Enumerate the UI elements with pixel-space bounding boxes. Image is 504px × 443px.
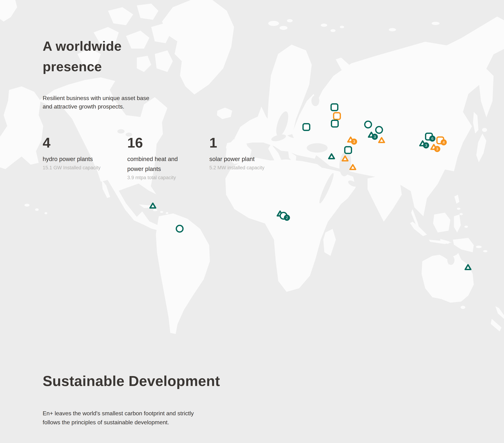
land-java bbox=[429, 240, 452, 244]
map-marker-triangle-teal[interactable] bbox=[149, 201, 157, 210]
stat-chp-label: combined heat and power plants bbox=[127, 154, 187, 174]
land-australia bbox=[422, 253, 474, 303]
map-marker-square-teal[interactable] bbox=[331, 120, 339, 128]
stat-hydro-value: 4 bbox=[43, 135, 122, 150]
sustainable-development-heading: Sustainable Development bbox=[43, 373, 220, 389]
land-arabia bbox=[320, 168, 356, 209]
map-marker-circle-teal[interactable] bbox=[176, 225, 184, 233]
sustainable-development-text-line2: follows the principles of sustainable de… bbox=[43, 419, 169, 425]
page-title-line1: A worldwide bbox=[43, 39, 122, 54]
hero-subtitle-line1: Resilient business with unique asset bas… bbox=[43, 95, 149, 101]
marker-count-badge: 3 bbox=[351, 139, 357, 145]
land-iceland bbox=[217, 107, 232, 119]
land-greece bbox=[288, 150, 296, 164]
stat-hydro: 4 hydro power plants 15.1 GW Installed c… bbox=[43, 135, 122, 171]
land-greenland bbox=[162, 0, 234, 94]
map-marker-triangle-orange[interactable]: 3 bbox=[430, 143, 438, 151]
sea-white-sea bbox=[311, 95, 319, 106]
map-marker-triangle-orange[interactable] bbox=[341, 154, 349, 163]
land-sulawesi bbox=[454, 214, 461, 232]
land-russia-asia bbox=[292, 17, 504, 216]
land-malay bbox=[411, 209, 421, 235]
hero-subtitle-line2: and attractive growth prospects. bbox=[43, 103, 124, 110]
land-new-guinea bbox=[453, 238, 474, 252]
land-borneo bbox=[433, 213, 450, 232]
map-marker-triangle-orange[interactable] bbox=[349, 163, 357, 171]
map-marker-triangle-teal[interactable]: 3 bbox=[418, 139, 427, 148]
marker-count-badge: 3 bbox=[434, 146, 440, 152]
land-new-zealand-south bbox=[491, 319, 502, 331]
hero-subtitle: Resilient business with unique asset bas… bbox=[43, 94, 149, 111]
map-marker-circle-teal[interactable] bbox=[375, 126, 383, 134]
marker-count-badge: 3 bbox=[372, 134, 378, 140]
land-india bbox=[368, 175, 402, 222]
map-marker-square-teal[interactable] bbox=[330, 103, 339, 111]
land-new-zealand-north bbox=[495, 306, 504, 319]
map-marker-triangle-teal[interactable] bbox=[464, 263, 472, 271]
sea-red-sea bbox=[318, 172, 336, 204]
page: A worldwidepresence Resilient business w… bbox=[0, 0, 504, 443]
land-chukotka-corner bbox=[0, 0, 17, 22]
map-marker-triangle-teal[interactable]: 3 bbox=[367, 131, 376, 139]
sustainable-development-text: En+ leaves the world's smallest carbon f… bbox=[43, 409, 194, 427]
sea-persian-gulf bbox=[347, 179, 358, 188]
stat-solar-value: 1 bbox=[209, 135, 288, 150]
map-marker-circle-teal[interactable] bbox=[364, 120, 372, 129]
sea-black-sea bbox=[307, 143, 328, 153]
map-marker-triangle-teal[interactable] bbox=[327, 152, 336, 160]
map-marker-circle-teal[interactable]: 2 bbox=[279, 212, 288, 220]
map-marker-triangle-orange[interactable] bbox=[378, 136, 386, 144]
map-marker-square-teal[interactable] bbox=[344, 146, 352, 154]
marker-count-badge: 6 bbox=[429, 136, 435, 142]
land-sakhalin bbox=[473, 112, 478, 134]
land-sumatra bbox=[410, 222, 427, 236]
stat-chp-value: 16 bbox=[127, 135, 187, 150]
marker-count-badge: 2 bbox=[284, 215, 290, 221]
sea-great-lake-1 bbox=[117, 129, 125, 134]
page-title-line2: presence bbox=[43, 59, 102, 74]
sustainable-development-text-line1: En+ leaves the world's smallest carbon f… bbox=[43, 410, 194, 417]
land-baja bbox=[102, 180, 110, 198]
stat-hydro-caption: 15.1 GW Installed capacity bbox=[43, 164, 122, 171]
stat-solar-caption: 5.2 MW installed capacity bbox=[209, 164, 288, 171]
stat-chp: 16 combined heat and power plants 3.9 mt… bbox=[127, 135, 187, 181]
sea-carpentaria bbox=[447, 255, 454, 265]
page-title: A worldwidepresence bbox=[43, 36, 122, 77]
marker-count-badge: 4 bbox=[441, 139, 447, 145]
marker-count-badge: 3 bbox=[423, 142, 429, 148]
map-marker-square-orange[interactable] bbox=[333, 112, 341, 120]
map-marker-triangle-orange[interactable]: 3 bbox=[346, 136, 355, 144]
stat-chp-caption: 3.9 mtpa total capacity bbox=[127, 174, 187, 181]
land-timor bbox=[440, 239, 450, 244]
map-marker-square-teal[interactable] bbox=[302, 123, 310, 131]
stat-solar: 1 solar power plant 5.2 MW installed cap… bbox=[209, 135, 288, 171]
land-africa bbox=[225, 158, 346, 292]
land-japan bbox=[476, 134, 486, 162]
land-madagascar bbox=[323, 229, 336, 256]
land-tasmania bbox=[461, 306, 465, 309]
sea-bothnia bbox=[274, 110, 291, 138]
land-alaska bbox=[0, 86, 43, 169]
stat-hydro-label: hydro power plants bbox=[43, 154, 122, 164]
stat-solar-label: solar power plant bbox=[209, 154, 288, 164]
